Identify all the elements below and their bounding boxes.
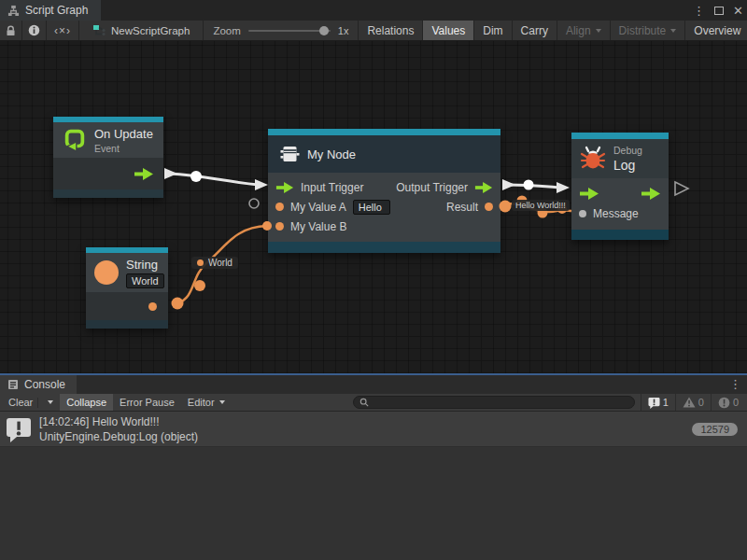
trigger-output-port[interactable] — [134, 168, 154, 180]
log-text: [14:02:46] Hello World!!! UnityEngine.De… — [39, 414, 198, 444]
dim-button[interactable]: Dim — [474, 21, 512, 40]
port-label: Result — [446, 201, 478, 214]
trigger-input-port[interactable] — [275, 182, 294, 193]
update-event-icon — [63, 128, 87, 152]
info-icon — [28, 24, 40, 36]
node-title: My Node — [307, 147, 356, 161]
distribute-dropdown[interactable]: Distribute — [611, 21, 686, 40]
warning-count-badge[interactable]: 0 — [675, 394, 711, 411]
zoom-slider[interactable] — [248, 30, 331, 32]
chevron-down-icon — [670, 29, 676, 33]
zoom-slider-handle[interactable] — [319, 26, 329, 35]
value-output-port[interactable] — [485, 203, 493, 211]
chevron-down-icon — [596, 29, 601, 33]
value-output-port[interactable] — [148, 302, 157, 311]
graph-toolbar: ‹×› NewScriptGraph Zoom 1x Relations Val… — [0, 21, 747, 41]
zoom-label: Zoom — [213, 25, 240, 36]
node-subtitle: Debug — [613, 145, 642, 156]
my-value-a-field[interactable]: Hello — [353, 200, 390, 215]
node-title: Log — [613, 158, 635, 173]
node-my-node[interactable]: My Node Input Trigger Output Trigger — [268, 129, 500, 253]
search-input[interactable] — [373, 397, 628, 408]
port-row: Input Trigger Output Trigger — [268, 177, 500, 197]
node-body: Input Trigger Output Trigger My Value A … — [268, 173, 500, 242]
graph-reference[interactable]: NewScriptGraph — [79, 21, 204, 40]
tab-label: Console — [24, 378, 65, 391]
wire-onupdate-to-inputtrigger[interactable] — [164, 168, 268, 190]
lock-button[interactable] — [0, 21, 22, 40]
unit-box-icon — [277, 143, 300, 165]
wire-outputtrigger-to-debuglog[interactable] — [502, 179, 570, 193]
trigger-output-port[interactable] — [641, 188, 661, 200]
port-row: My Value A Hello Result — [268, 197, 500, 217]
log-line-2: UnityEngine.Debug:Log (object) — [39, 429, 198, 444]
script-graph-asset-icon — [92, 24, 106, 36]
zoom-control: Zoom 1x — [204, 21, 359, 40]
collapse-count-badge: 12579 — [692, 423, 738, 436]
unconnected-arrow-outline — [675, 182, 688, 195]
node-accent-strip — [268, 129, 500, 135]
relations-button[interactable]: Relations — [359, 21, 423, 40]
error-icon — [718, 397, 730, 409]
carry-button[interactable]: Carry — [513, 21, 557, 40]
editor-dropdown[interactable]: Editor — [181, 394, 232, 411]
node-on-update[interactable]: On Update Event — [53, 117, 163, 198]
value-dot-icon — [197, 259, 204, 266]
overview-button[interactable]: Overview — [685, 21, 747, 40]
window-tab-bar: Script Graph ⋮ ✕ — [0, 0, 747, 21]
code-icon: ‹×› — [54, 24, 71, 37]
node-string-literal[interactable]: String World — [86, 247, 168, 329]
info-count-badge[interactable]: 1 — [641, 394, 675, 411]
log-empty-area[interactable] — [0, 447, 747, 560]
node-title: On Update — [94, 127, 153, 141]
values-button[interactable]: Values — [423, 21, 474, 40]
port-label: Input Trigger — [301, 181, 363, 194]
align-dropdown[interactable]: Align — [557, 21, 611, 40]
tab-script-graph[interactable]: Script Graph — [0, 0, 101, 21]
port-row — [571, 183, 669, 203]
graph-canvas[interactable]: World Hello World!!! On Update Event — [0, 41, 747, 373]
info-button[interactable] — [22, 21, 47, 40]
node-debug-log[interactable]: Debug Log Message — [571, 133, 669, 240]
debug-bug-icon — [579, 145, 607, 173]
console-panel: Console ⋮ Clear Collapse Error Pause Edi… — [0, 373, 747, 560]
tab-console[interactable]: Console — [0, 375, 77, 394]
console-search[interactable] — [353, 396, 635, 409]
console-toolbar: Clear Collapse Error Pause Editor 1 0 — [0, 394, 747, 412]
node-header: My Node — [268, 135, 500, 173]
clear-button[interactable]: Clear — [2, 394, 60, 411]
window-menu-icon[interactable]: ⋮ — [693, 5, 705, 17]
node-footer — [268, 242, 500, 253]
node-title: String — [126, 258, 158, 272]
close-icon[interactable]: ✕ — [733, 5, 743, 17]
code-view-button[interactable]: ‹×› — [47, 21, 79, 40]
port-label: Message — [593, 207, 639, 220]
node-body: Message — [571, 178, 669, 230]
trigger-input-port[interactable] — [579, 188, 599, 200]
console-icon — [7, 379, 19, 390]
node-header: On Update Event — [53, 122, 163, 158]
log-entry[interactable]: [14:02:46] Hello World!!! UnityEngine.De… — [0, 412, 747, 447]
tab-label: Script Graph — [25, 4, 88, 17]
console-tab-bar: Console ⋮ — [0, 375, 747, 394]
value-input-port[interactable] — [275, 203, 284, 211]
value-input-port[interactable] — [275, 222, 284, 231]
trigger-output-port[interactable] — [474, 182, 493, 193]
maximize-icon[interactable] — [714, 7, 724, 15]
node-accent-strip — [571, 133, 669, 139]
port-label: My Value A — [290, 201, 346, 214]
port-label: Output Trigger — [396, 181, 468, 194]
wire-value-label-world: World — [191, 257, 238, 269]
zoom-value: 1x — [338, 25, 349, 36]
error-pause-toggle[interactable]: Error Pause — [113, 394, 181, 411]
chevron-down-icon — [48, 400, 53, 404]
console-menu-icon[interactable]: ⋮ — [729, 377, 741, 391]
string-value-field[interactable]: World — [126, 273, 164, 288]
error-count-badge[interactable]: 0 — [711, 394, 745, 411]
collapse-toggle[interactable]: Collapse — [60, 394, 113, 411]
value-input-port[interactable] — [579, 210, 586, 217]
info-message-icon — [648, 397, 660, 409]
unconnected-port-ring — [249, 199, 259, 208]
node-body — [86, 292, 168, 320]
divider — [37, 398, 38, 408]
